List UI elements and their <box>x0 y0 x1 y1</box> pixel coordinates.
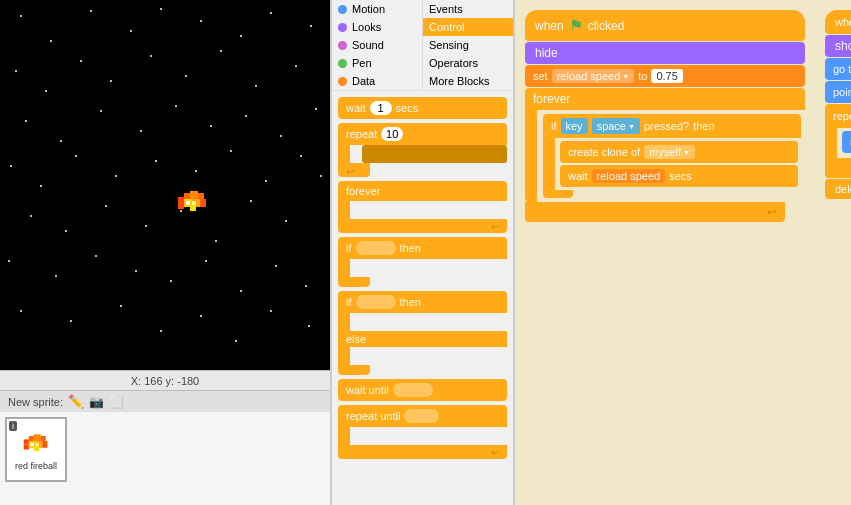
sprite-thumb-fireball[interactable]: i red fireball <box>5 417 67 482</box>
block-show[interactable]: show <box>825 35 851 57</box>
svg-rect-8 <box>190 205 196 211</box>
block-repeat[interactable]: repeat ↩ <box>338 123 507 177</box>
categories-right: Events Control Sensing Operators More Bl… <box>423 0 513 90</box>
new-sprite-bar: New sprite: ✏️ 📷 ⬜ <box>0 390 330 412</box>
data-dot <box>338 77 347 86</box>
repeat-arrow: ↩ <box>346 166 354 177</box>
left-panel: X: 166 y: -180 New sprite: ✏️ 📷 ⬜ i <box>0 0 330 505</box>
pen-dot <box>338 59 347 68</box>
block-point-direction[interactable]: point in direction direction ▼ of Cat ▼ <box>825 81 851 103</box>
paint-icon[interactable]: ✏️ <box>68 394 84 409</box>
svg-rect-17 <box>24 444 29 449</box>
folder-icon[interactable]: ⬜ <box>109 395 124 409</box>
svg-rect-20 <box>31 442 34 445</box>
when-clicked-hat[interactable]: when ⚑ clicked <box>525 10 805 41</box>
script-1: when ⚑ clicked hide set reload speed ▼ t… <box>525 10 805 495</box>
cat-pen[interactable]: Pen <box>332 54 422 72</box>
svg-rect-1 <box>184 193 190 199</box>
block-forever-outer[interactable]: forever if key space ▼ pressed? <box>525 88 805 222</box>
cat-motion[interactable]: Motion <box>332 0 422 18</box>
block-hide[interactable]: hide <box>525 42 805 64</box>
block-list: wait secs repeat ↩ <box>332 91 513 505</box>
cat-sound[interactable]: Sound <box>332 36 422 54</box>
svg-rect-7 <box>200 199 206 207</box>
upload-icon[interactable]: 📷 <box>89 395 104 409</box>
svg-rect-18 <box>42 441 47 448</box>
block-wait-until[interactable]: wait until <box>338 379 507 401</box>
block-set-reload-speed[interactable]: set reload speed ▼ to 0.75 <box>525 65 805 87</box>
block-repeat-until[interactable]: repeat until ↩ <box>338 405 507 459</box>
myself-dropdown[interactable]: myself ▼ <box>644 145 695 159</box>
stage-canvas[interactable] <box>0 0 330 370</box>
block-forever[interactable]: forever ↩ <box>338 181 507 233</box>
blocks-panel: Motion Looks Sound Pen Data <box>330 0 515 505</box>
motion-dot <box>338 5 347 14</box>
block-create-clone[interactable]: create clone of myself ▼ <box>560 141 798 163</box>
block-repeat-until-edge[interactable]: repeat until touching edge ▼ ? move 10 s… <box>825 104 851 178</box>
cat-operators[interactable]: Operators <box>423 54 513 72</box>
categories-section: Motion Looks Sound Pen Data <box>332 0 513 91</box>
svg-rect-6 <box>178 203 184 209</box>
sprite-info-badge: i <box>9 421 17 431</box>
svg-rect-9 <box>186 201 190 205</box>
block-wait-reload[interactable]: wait reload speed secs <box>560 165 798 187</box>
script-area[interactable]: when ⚑ clicked hide set reload speed ▼ t… <box>515 0 851 505</box>
cat-control[interactable]: Control <box>423 18 513 36</box>
sprite-list: i red fireball <box>0 412 330 505</box>
block-wait[interactable]: wait secs <box>338 97 507 119</box>
cat-data[interactable]: Data <box>332 72 422 90</box>
categories-left: Motion Looks Sound Pen Data <box>332 0 423 90</box>
block-if[interactable]: if then <box>338 237 507 287</box>
block-if-else[interactable]: if then else <box>338 291 507 375</box>
cat-more-blocks[interactable]: More Blocks <box>423 72 513 90</box>
cat-looks[interactable]: Looks <box>332 18 422 36</box>
svg-rect-3 <box>198 193 204 199</box>
wait-input[interactable] <box>370 101 392 115</box>
svg-rect-2 <box>190 191 198 199</box>
coords-text: X: 166 y: -180 <box>131 375 200 387</box>
block-if-key-space[interactable]: if key space ▼ pressed? then <box>543 114 801 198</box>
sprite-name: red fireball <box>15 461 57 471</box>
svg-rect-21 <box>36 442 39 445</box>
svg-rect-10 <box>192 201 196 205</box>
sound-dot <box>338 41 347 50</box>
block-delete-clone[interactable]: delete this clone <box>825 179 851 199</box>
reload-speed-dropdown[interactable]: reload speed ▼ <box>552 69 635 83</box>
script-2: when I start as a clone show go to Cat ▼… <box>825 10 851 495</box>
svg-rect-14 <box>41 435 46 440</box>
fireball-sprite <box>170 185 215 223</box>
reload-speed-dd2[interactable]: reload speed <box>592 169 666 183</box>
block-go-to-cat[interactable]: go to Cat ▼ <box>825 58 851 80</box>
when-clone-hat[interactable]: when I start as a clone <box>825 10 851 34</box>
svg-rect-11 <box>24 439 29 444</box>
looks-dot <box>338 23 347 32</box>
coords-bar: X: 166 y: -180 <box>0 370 330 390</box>
key-dropdown[interactable]: key <box>561 118 588 134</box>
block-move-steps[interactable]: move 10 steps <box>842 131 851 153</box>
svg-rect-19 <box>34 446 39 451</box>
space-dropdown[interactable]: space ▼ <box>592 118 640 134</box>
cat-sensing[interactable]: Sensing <box>423 36 513 54</box>
svg-rect-0 <box>178 197 184 203</box>
new-sprite-label: New sprite: <box>8 396 63 408</box>
reload-speed-value: 0.75 <box>651 69 682 83</box>
svg-rect-12 <box>29 435 34 440</box>
svg-rect-13 <box>34 434 41 441</box>
repeat-input[interactable] <box>381 127 403 141</box>
flag-icon: ⚑ <box>569 16 583 35</box>
cat-events[interactable]: Events <box>423 0 513 18</box>
